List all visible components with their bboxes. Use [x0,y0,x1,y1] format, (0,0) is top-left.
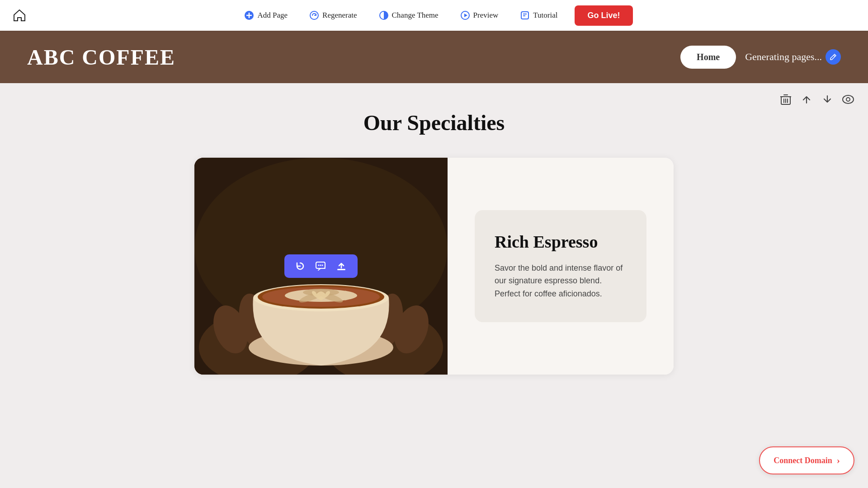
image-overlay-toolbar [284,254,358,278]
add-page-label: Add Page [257,11,288,20]
espresso-title: Rich Espresso [495,232,627,253]
go-live-button[interactable]: Go Live! [575,5,632,26]
tutorial-label: Tutorial [533,11,557,20]
tutorial-button[interactable]: Tutorial [511,6,566,25]
regenerate-icon [309,10,319,20]
visibility-toggle-button[interactable] [842,94,854,104]
main-content: Our Specialties [0,83,868,488]
specialties-content-column: Rich Espresso Savor the bold and intense… [448,158,674,375]
coffee-image-column [194,158,448,375]
espresso-card: Rich Espresso Savor the bold and intense… [475,210,646,322]
connect-domain-arrow-icon: › [837,455,840,466]
move-up-button[interactable] [800,93,813,106]
change-theme-button[interactable]: Change Theme [370,6,448,25]
home-button[interactable] [13,9,26,22]
svg-point-41 [322,265,323,266]
change-theme-label: Change Theme [392,11,439,20]
generating-pages-status: Generating pages... [745,49,841,65]
svg-line-10 [834,55,835,56]
connect-domain-label: Connect Domain [774,456,832,465]
svg-point-40 [320,265,321,266]
coffee-image [194,158,448,375]
site-header: ABC COFFEE Home Generating pages... [0,31,868,83]
nav-home-button[interactable]: Home [680,46,736,69]
change-theme-icon [379,10,389,20]
svg-point-16 [843,95,854,103]
image-upload-button[interactable] [331,258,351,274]
add-page-icon [244,10,254,20]
regenerate-button[interactable]: Regenerate [300,6,366,25]
svg-rect-42 [337,269,345,270]
svg-point-17 [846,98,850,101]
image-comment-button[interactable] [311,258,330,274]
regenerate-label: Regenerate [322,11,357,20]
preview-icon [460,10,470,20]
espresso-description: Savor the bold and intense flavor of our… [495,262,627,300]
preview-button[interactable]: Preview [451,6,508,25]
nav-home-label: Home [697,52,720,62]
generating-pages-label: Generating pages... [745,51,822,63]
image-refresh-button[interactable] [291,258,310,274]
site-logo: ABC COFFEE [27,45,175,70]
svg-marker-6 [464,14,467,17]
delete-section-button[interactable] [779,93,792,106]
go-live-label: Go Live! [587,11,620,20]
specialties-card: Rich Espresso Savor the bold and intense… [194,158,674,375]
top-toolbar: Add Page Regenerate Change Theme [0,0,868,31]
preview-label: Preview [473,11,499,20]
section-toolbar [779,93,854,106]
add-page-button[interactable]: Add Page [235,6,297,25]
site-nav: Home Generating pages... [680,46,841,69]
section-heading: Our Specialties [27,110,841,135]
connect-domain-button[interactable]: Connect Domain › [759,446,854,474]
tutorial-icon [520,10,530,20]
svg-point-39 [318,265,320,266]
move-down-button[interactable] [821,93,834,106]
edit-icon [826,49,841,65]
